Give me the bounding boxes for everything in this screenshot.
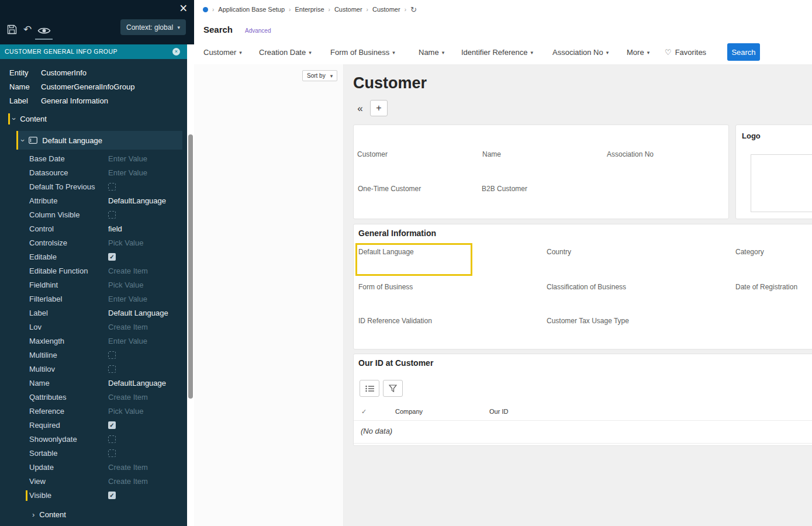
checkbox-checked[interactable]: ✓ (108, 492, 116, 499)
page-title: Customer (353, 74, 427, 92)
list-view-button[interactable] (360, 380, 379, 397)
property-label: Required (29, 421, 60, 430)
property-value[interactable]: Create Item (108, 323, 148, 331)
refresh-icon[interactable]: ↻ (410, 5, 417, 14)
property-row-update[interactable]: UpdateCreate Item (0, 461, 187, 475)
property-row-label[interactable]: LabelDefault Language (0, 306, 187, 320)
property-value[interactable]: field (108, 224, 122, 233)
property-row-required[interactable]: Required✓ (0, 418, 187, 432)
property-row-qattributes[interactable]: QattributesCreate Item (0, 390, 187, 404)
selected-property-marker (26, 490, 27, 501)
property-value[interactable]: Create Item (108, 393, 148, 402)
close-icon[interactable]: × (179, 0, 187, 16)
property-row-controlsize[interactable]: ControlsizePick Value (0, 236, 187, 250)
property-label: Reference (29, 407, 64, 416)
property-row-maxlength[interactable]: MaxlengthEnter Value (0, 334, 187, 348)
filter-creation-date[interactable]: Creation Date▾ (259, 48, 312, 57)
checkbox-unchecked[interactable] (108, 183, 116, 191)
filter-association-no[interactable]: Association No▾ (552, 48, 609, 57)
breadcrumb-home-dot[interactable] (203, 7, 208, 12)
filter-label: Association No (552, 48, 603, 57)
property-row-sortable[interactable]: Sortable (0, 447, 187, 461)
property-value[interactable]: Enter Value (108, 295, 147, 303)
property-value[interactable]: Create Item (108, 463, 148, 472)
tree-node-default-language[interactable]: › Default Language (16, 131, 182, 150)
filter-name[interactable]: Name▾ (419, 48, 444, 57)
field-label-customer: Customer (357, 150, 388, 158)
property-row-base-date[interactable]: Base DateEnter Value (0, 152, 187, 166)
property-row-datasource[interactable]: DatasourceEnter Value (0, 166, 187, 180)
property-value[interactable]: Create Item (108, 267, 148, 275)
property-label: Base Date (29, 154, 65, 163)
property-row-lov[interactable]: LovCreate Item (0, 320, 187, 334)
property-row-default-to-previous[interactable]: Default To Previous (0, 180, 187, 194)
property-row-fieldhint[interactable]: FieldhintPick Value (0, 278, 187, 292)
chevron-expanded-icon[interactable]: › (11, 117, 18, 120)
property-row-multilov[interactable]: Multilov (0, 362, 187, 376)
checkbox-unchecked[interactable] (108, 351, 116, 359)
checkbox-checked[interactable]: ✓ (108, 253, 116, 261)
filter-button[interactable] (383, 380, 403, 397)
undo-icon[interactable]: ↶ (23, 23, 32, 36)
property-row-column-visible[interactable]: Column Visible (0, 208, 187, 222)
property-value[interactable]: Enter Value (108, 337, 147, 345)
filter-form-of-business[interactable]: Form of Business▾ (330, 48, 395, 57)
property-value[interactable]: Enter Value (108, 154, 147, 163)
checkbox-unchecked[interactable] (108, 365, 116, 373)
add-button[interactable]: + (370, 100, 388, 116)
property-value[interactable]: Enter Value (108, 168, 147, 177)
favorites-button[interactable]: ♡ Favorites (665, 48, 706, 57)
filter-customer[interactable]: Customer▾ (203, 48, 242, 57)
property-row-editable[interactable]: Editable✓ (0, 250, 187, 264)
checkbox-checked[interactable]: ✓ (108, 421, 116, 429)
preview-eye-icon[interactable] (37, 26, 51, 37)
chevron-collapsed-icon[interactable]: › (32, 511, 34, 518)
tree-node-content[interactable]: › Content (0, 112, 187, 126)
panel-close-icon[interactable]: × (172, 48, 180, 56)
property-value[interactable]: Create Item (108, 477, 148, 486)
breadcrumb-item-enterprise[interactable]: Enterprise (295, 6, 324, 13)
logo-placeholder[interactable] (751, 154, 812, 212)
property-value[interactable]: DefaultLanguage (108, 379, 166, 387)
search-button[interactable]: Search (727, 43, 760, 61)
filter-identifier-reference[interactable]: Identifier Reference▾ (461, 48, 533, 57)
chevron-expanded-icon[interactable]: › (19, 139, 27, 141)
property-label: Fieldhint (29, 281, 58, 289)
checkbox-unchecked[interactable] (108, 449, 116, 457)
property-value[interactable]: Pick Value (108, 407, 143, 416)
property-row-reference[interactable]: ReferencePick Value (0, 404, 187, 418)
property-row-editable-function[interactable]: Editable FunctionCreate Item (0, 264, 187, 278)
select-all-check-icon[interactable]: ✓ (361, 408, 367, 416)
advanced-search-link[interactable]: Advanced (245, 27, 271, 34)
property-value[interactable]: Pick Value (108, 238, 143, 247)
property-row-filterlabel[interactable]: FilterlabelEnter Value (0, 292, 187, 306)
breadcrumb-item-customer[interactable]: Customer (334, 6, 362, 13)
property-row-showonlydate[interactable]: Showonlydate (0, 432, 187, 447)
checkbox-unchecked[interactable] (108, 435, 116, 443)
field-label-default-language: Default Language (358, 248, 414, 256)
property-row-visible[interactable]: Visible✓ (0, 489, 187, 503)
filter-more[interactable]: More▾ (627, 48, 649, 57)
property-row-multiline[interactable]: Multiline (0, 348, 187, 362)
property-value[interactable]: DefaultLanguage (108, 196, 166, 205)
table-header-divider (354, 420, 812, 421)
sidebar-scrollbar-thumb[interactable] (188, 134, 193, 399)
property-row-view[interactable]: ViewCreate Item (0, 475, 187, 489)
breadcrumb-item-customer[interactable]: Customer (372, 6, 400, 13)
property-value[interactable]: Pick Value (108, 281, 143, 289)
collapse-panel-button[interactable]: « (353, 101, 367, 117)
property-row-control[interactable]: Controlfield (0, 222, 187, 236)
property-label: View (29, 477, 46, 486)
filter-label: Customer (203, 48, 236, 57)
property-row-name[interactable]: NameDefaultLanguage (0, 376, 187, 390)
property-value[interactable]: Default Language (108, 309, 168, 317)
property-row-attribute[interactable]: AttributeDefaultLanguage (0, 194, 187, 208)
context-selector[interactable]: Context: global ▾ (120, 19, 186, 35)
breadcrumb-item-application-base-setup[interactable]: Application Base Setup (218, 6, 285, 13)
sort-by-dropdown[interactable]: Sort by ▾ (302, 70, 337, 81)
save-icon[interactable] (7, 25, 17, 37)
breadcrumb-separator: › (289, 6, 291, 13)
tree-node-content-collapsed[interactable]: › Content (0, 507, 66, 521)
chevron-down-icon: ▾ (330, 73, 333, 79)
checkbox-unchecked[interactable] (108, 211, 116, 219)
